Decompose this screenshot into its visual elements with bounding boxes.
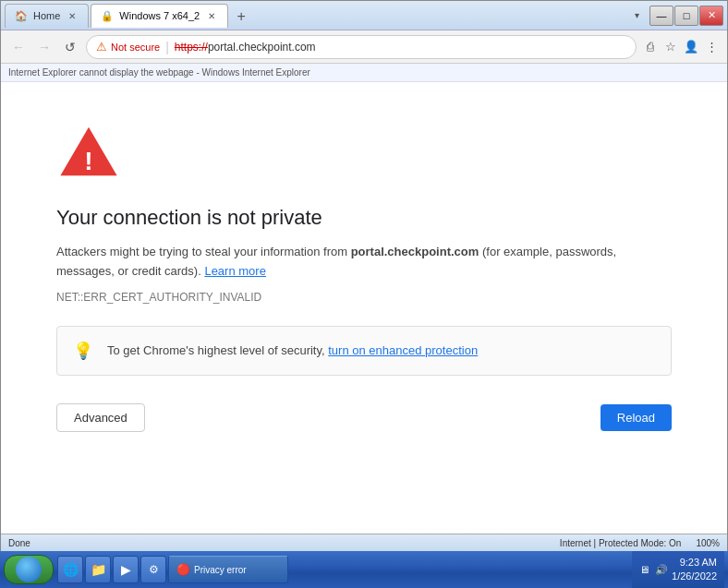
taskbar-ie-icon[interactable]: 🌐 bbox=[57, 556, 83, 583]
taskbar-right: 🖥 🔊 9:23 AM 1/26/2022 bbox=[632, 551, 724, 588]
url-protocol: https:// bbox=[175, 41, 208, 54]
tab-home-close[interactable]: ✕ bbox=[66, 9, 79, 22]
status-text: Done bbox=[8, 538, 552, 548]
tab-win7[interactable]: 🔒 Windows 7 x64_2 ✕ bbox=[91, 4, 228, 28]
forward-button[interactable]: → bbox=[34, 37, 55, 57]
error-domain: portal.checkpoint.com bbox=[351, 245, 479, 258]
taskbar-btn-label: Privacy error bbox=[194, 565, 247, 575]
security-warning: ⚠ Not secure bbox=[96, 40, 160, 54]
url-host: portal.checkpoint.com bbox=[208, 41, 316, 54]
status-right: Internet | Protected Mode: On 100% bbox=[560, 538, 720, 548]
security-recommendation-box: 💡 To get Chrome's highest level of secur… bbox=[56, 326, 672, 376]
error-title: Your connection is not private bbox=[56, 206, 672, 230]
tab-home-favicon: 🏠 bbox=[15, 10, 28, 22]
advanced-button[interactable]: Advanced bbox=[56, 403, 145, 432]
maximize-button[interactable]: □ bbox=[674, 6, 698, 26]
reload-button[interactable]: ↺ bbox=[60, 37, 80, 57]
title-bar: 🏠 Home ✕ 🔒 Windows 7 x64_2 ✕ + ▾ — □ ✕ bbox=[1, 1, 727, 30]
taskbar-clock: 9:23 AM 1/26/2022 bbox=[672, 556, 717, 584]
security-text: To get Chrome's highest level of securit… bbox=[107, 343, 478, 357]
zoom-text: 100% bbox=[696, 538, 720, 548]
address-input[interactable]: ⚠ Not secure | https://portal.checkpoint… bbox=[86, 35, 637, 59]
account-icon[interactable]: 👤 bbox=[683, 39, 699, 55]
error-code: NET::ERR_CERT_AUTHORITY_INVALID bbox=[56, 291, 672, 304]
tab-win7-favicon: 🔒 bbox=[101, 10, 114, 22]
warning-triangle-icon: ⚠ bbox=[96, 40, 107, 54]
address-actions: ⎙ ☆ 👤 ⋮ bbox=[642, 39, 720, 55]
svg-text:!: ! bbox=[84, 147, 92, 175]
taskbar-tray-icons: 🖥 🔊 bbox=[639, 564, 668, 576]
address-divider: | bbox=[165, 40, 169, 54]
content-area: ! Your connection is not private Attacke… bbox=[1, 82, 727, 534]
learn-more-link[interactable]: Learn more bbox=[204, 264, 265, 278]
taskbar-media-icon[interactable]: ▶ bbox=[113, 556, 139, 583]
ie-icon: 🌐 bbox=[63, 562, 79, 577]
chrome-icon: 🔴 bbox=[176, 563, 190, 576]
error-desc-prefix: Attackers might be trying to steal your … bbox=[56, 245, 351, 258]
security-text-prefix: To get Chrome's highest level of securit… bbox=[107, 343, 328, 357]
taskbar-chrome-button[interactable]: 🔴 Privacy error bbox=[168, 556, 288, 583]
tab-chevron[interactable]: ▾ bbox=[627, 6, 646, 26]
close-button[interactable]: ✕ bbox=[699, 6, 723, 26]
minimize-button[interactable]: — bbox=[649, 6, 673, 26]
system-icon: ⚙ bbox=[149, 563, 159, 576]
enhanced-protection-link[interactable]: turn on enhanced protection bbox=[328, 343, 478, 357]
bookmark-icon[interactable]: ☆ bbox=[662, 39, 679, 55]
status-bar: Done Internet | Protected Mode: On 100% bbox=[1, 534, 727, 552]
browser-window: 🏠 Home ✕ 🔒 Windows 7 x64_2 ✕ + ▾ — □ ✕ ←… bbox=[0, 0, 728, 551]
tab-home-label: Home bbox=[33, 10, 60, 21]
taskbar-items: 🌐 📁 ▶ ⚙ 🔴 Privacy error bbox=[57, 556, 632, 583]
info-bar: Internet Explorer cannot display the web… bbox=[1, 64, 727, 82]
button-row: Advanced Reload bbox=[56, 403, 672, 432]
tab-home[interactable]: 🏠 Home ✕ bbox=[5, 4, 89, 28]
lightbulb-icon: 💡 bbox=[72, 340, 94, 362]
start-button[interactable] bbox=[4, 555, 54, 584]
tab-bar: 🏠 Home ✕ 🔒 Windows 7 x64_2 ✕ + bbox=[5, 4, 627, 28]
tab-win7-close[interactable]: ✕ bbox=[205, 9, 218, 22]
window-controls: — □ ✕ bbox=[649, 6, 723, 26]
taskbar-system-icon[interactable]: ⚙ bbox=[140, 556, 166, 583]
info-bar-text: Internet Explorer cannot display the web… bbox=[8, 67, 310, 78]
tab-win7-label: Windows 7 x64_2 bbox=[119, 10, 200, 21]
error-description: Attackers might be trying to steal your … bbox=[56, 243, 672, 282]
tray-volume-icon: 🔊 bbox=[655, 564, 668, 576]
taskbar-time-text: 9:23 AM bbox=[672, 556, 717, 570]
protected-mode-text: Internet | Protected Mode: On bbox=[560, 538, 682, 548]
tray-network-icon: 🖥 bbox=[639, 564, 649, 575]
back-button[interactable]: ← bbox=[8, 37, 29, 57]
menu-icon[interactable]: ⋮ bbox=[703, 39, 720, 55]
taskbar: 🌐 📁 ▶ ⚙ 🔴 Privacy error 🖥 🔊 9:23 AM 1/26… bbox=[0, 551, 728, 588]
folder-icon: 📁 bbox=[91, 562, 106, 577]
address-bar: ← → ↺ ⚠ Not secure | https://portal.chec… bbox=[1, 30, 727, 64]
taskbar-folder-icon[interactable]: 📁 bbox=[85, 556, 111, 583]
error-triangle-icon: ! bbox=[56, 119, 121, 184]
new-tab-button[interactable]: + bbox=[230, 6, 252, 28]
reload-button-main[interactable]: Reload bbox=[601, 404, 672, 431]
taskbar-date-text: 1/26/2022 bbox=[672, 570, 717, 583]
url-display: https://portal.checkpoint.com bbox=[175, 41, 316, 54]
share-icon[interactable]: ⎙ bbox=[642, 39, 659, 55]
media-icon: ▶ bbox=[121, 562, 131, 577]
not-secure-label: Not secure bbox=[111, 42, 160, 53]
start-orb bbox=[16, 557, 42, 582]
